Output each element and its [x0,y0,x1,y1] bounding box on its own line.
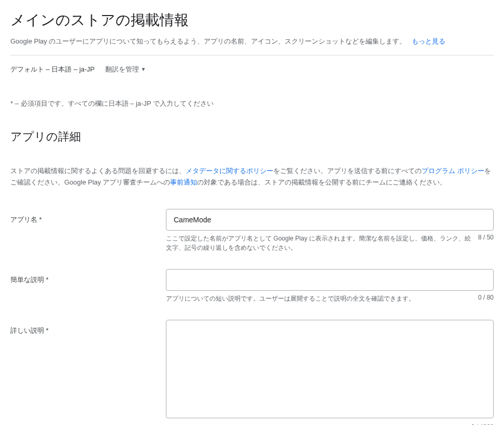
section-desc-text1: ストアの掲載情報に関するよくある問題を回避するには、 [10,167,186,175]
short-desc-count: 0 / 80 [478,294,494,301]
advance-notice-link[interactable]: 事前通知 [170,178,197,186]
more-link[interactable]: もっと見る [412,37,445,45]
full-desc-input[interactable] [166,320,494,418]
app-name-label: アプリ名 * [10,209,166,224]
short-desc-input[interactable] [166,269,494,291]
language-row: デフォルト – 日本語 – ja-JP 翻訳を管理 ▼ [10,65,494,74]
metadata-policy-link[interactable]: メタデータに関するポリシー [186,167,273,175]
section-description: ストアの掲載情報に関するよくある問題を回避するには、メタデータに関するポリシーを… [10,165,494,188]
divider [10,55,494,55]
manage-translations-dropdown[interactable]: 翻訳を管理 ▼ [105,65,146,74]
required-note: * – 必須項目です。すべての欄に日本語 – ja-JP で入力してください [10,99,494,108]
section-title: アプリの詳細 [10,129,494,145]
default-language-label: デフォルト – 日本語 – ja-JP [10,65,95,74]
program-policy-link[interactable]: プログラム ポリシー [422,167,484,175]
page-title: メインのストアの掲載情報 [10,10,494,30]
app-name-helper: ここで設定した名前がアプリ名として Google Play に表示されます。簡潔… [166,234,472,252]
app-name-input[interactable] [166,209,494,231]
short-desc-label: 簡単な説明 * [10,269,166,285]
chevron-down-icon: ▼ [141,66,146,72]
short-desc-helper: アプリについての短い説明です。ユーザーは展開することで説明の全文を確認できます。 [166,294,472,303]
section-desc-text2: をご覧ください。アプリを送信する前にすべての [273,167,422,175]
page-description: Google Play のユーザーにアプリについて知ってもらえるよう、アプリの名… [10,36,494,47]
short-desc-row: 簡単な説明 * アプリについての短い説明です。ユーザーは展開することで説明の全文… [10,269,494,303]
section-desc-text4: の対象である場合は、ストアの掲載情報を公開する前にチームにご連絡ください。 [197,178,446,186]
app-name-row: アプリ名 * ここで設定した名前がアプリ名として Google Play に表示… [10,209,494,252]
full-desc-label: 詳しい説明 * [10,320,166,335]
page-description-text: Google Play のユーザーにアプリについて知ってもらえるよう、アプリの名… [10,37,406,45]
app-name-count: 8 / 50 [478,234,494,241]
full-desc-row: 詳しい説明 * 0 / 4000 [10,320,494,425]
manage-translations-label: 翻訳を管理 [105,65,139,74]
